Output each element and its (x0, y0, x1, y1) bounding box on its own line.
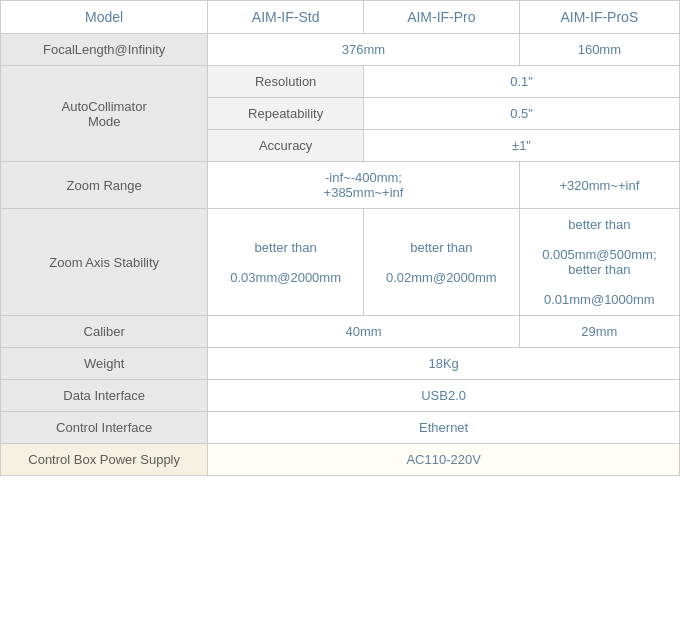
power-supply-label: Control Box Power Supply (1, 444, 208, 476)
data-interface-row: Data Interface USB2.0 (1, 380, 680, 412)
repeatability-value: 0.5" (364, 98, 680, 130)
focal-length-row: FocalLength@Infinity 376mm 160mm (1, 34, 680, 66)
zoom-range-pros-value: +320mm~+inf (519, 162, 679, 209)
resolution-label: Resolution (208, 66, 364, 98)
accuracy-value: ±1" (364, 130, 680, 162)
std-header: AIM-IF-Std (208, 1, 364, 34)
control-interface-value: Ethernet (208, 412, 680, 444)
power-supply-value: AC110-220V (208, 444, 680, 476)
zoom-range-label: Zoom Range (1, 162, 208, 209)
zoom-axis-std-value: better than 0.03mm@2000mm (208, 209, 364, 316)
zoom-range-row: Zoom Range -inf~-400mm; +385mm~+inf +320… (1, 162, 680, 209)
caliber-std-pro-value: 40mm (208, 316, 519, 348)
resolution-value: 0.1" (364, 66, 680, 98)
power-supply-row: Control Box Power Supply AC110-220V (1, 444, 680, 476)
zoom-axis-pros-value: better than 0.005mm@500mm; better than 0… (519, 209, 679, 316)
caliber-pros-value: 29mm (519, 316, 679, 348)
weight-label: Weight (1, 348, 208, 380)
caliber-label: Caliber (1, 316, 208, 348)
accuracy-label: Accuracy (208, 130, 364, 162)
pro-header: AIM-IF-Pro (364, 1, 520, 34)
weight-row: Weight 18Kg (1, 348, 680, 380)
control-interface-row: Control Interface Ethernet (1, 412, 680, 444)
zoom-axis-row: Zoom Axis Stability better than 0.03mm@2… (1, 209, 680, 316)
focal-length-pros-value: 160mm (519, 34, 679, 66)
focal-length-label: FocalLength@Infinity (1, 34, 208, 66)
resolution-row: AutoCollimator Mode Resolution 0.1" (1, 66, 680, 98)
autocollimator-mode-label: AutoCollimator Mode (1, 66, 208, 162)
pros-header: AIM-IF-ProS (519, 1, 679, 34)
header-row: Model AIM-IF-Std AIM-IF-Pro AIM-IF-ProS (1, 1, 680, 34)
weight-value: 18Kg (208, 348, 680, 380)
repeatability-label: Repeatability (208, 98, 364, 130)
caliber-row: Caliber 40mm 29mm (1, 316, 680, 348)
zoom-range-std-pro-value: -inf~-400mm; +385mm~+inf (208, 162, 519, 209)
zoom-axis-pro-value: better than 0.02mm@2000mm (364, 209, 520, 316)
control-interface-label: Control Interface (1, 412, 208, 444)
zoom-axis-label: Zoom Axis Stability (1, 209, 208, 316)
focal-length-std-pro-value: 376mm (208, 34, 519, 66)
data-interface-value: USB2.0 (208, 380, 680, 412)
model-header: Model (1, 1, 208, 34)
data-interface-label: Data Interface (1, 380, 208, 412)
